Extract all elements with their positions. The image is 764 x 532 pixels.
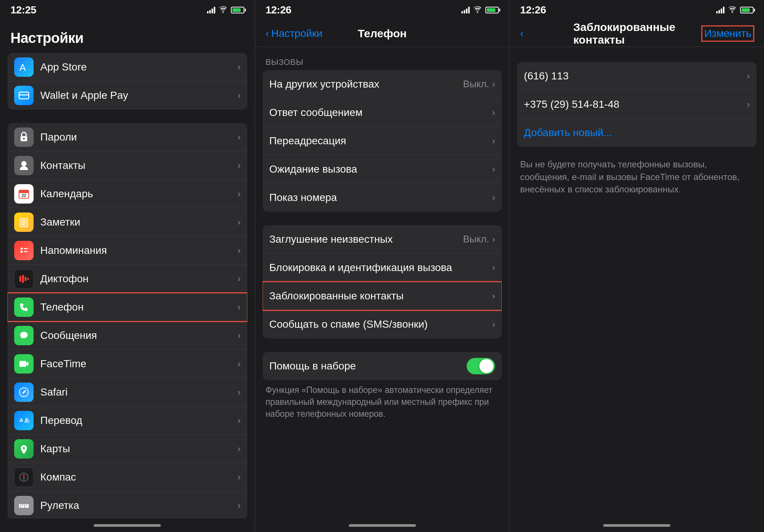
svg-text:あ: あ bbox=[24, 417, 29, 423]
nav-back-2[interactable]: ‹ Настройки bbox=[266, 28, 323, 40]
svg-text:A: A bbox=[19, 62, 26, 73]
chevron-icon: › bbox=[238, 160, 241, 171]
appstore-icon: A bbox=[14, 57, 34, 77]
chevron-icon: › bbox=[492, 79, 495, 89]
phone-item-forwarding[interactable]: Переадресация › bbox=[263, 127, 502, 155]
svg-rect-31 bbox=[19, 504, 29, 508]
chevron-icon: › bbox=[492, 291, 495, 301]
settings-item-wallet[interactable]: Wallet и Apple Pay › bbox=[7, 81, 247, 110]
dial-assist-help: Функция «Помощь в наборе» автоматически … bbox=[255, 380, 510, 420]
add-new-blocked[interactable]: Добавить новый... bbox=[517, 119, 757, 147]
passwords-label: Пароли bbox=[40, 131, 238, 143]
chevron-icon: › bbox=[238, 189, 241, 199]
edit-button[interactable]: Изменить bbox=[702, 26, 754, 41]
chevron-icon: › bbox=[492, 107, 495, 118]
compass-label: Компас bbox=[40, 471, 238, 483]
settings-item-notes[interactable]: Заметки › bbox=[7, 208, 247, 236]
phone-item-blocking[interactable]: Блокировка и идентификация вызова › bbox=[263, 254, 502, 282]
settings-item-messages[interactable]: Сообщения › bbox=[7, 321, 247, 350]
settings-item-passwords[interactable]: Пароли › bbox=[7, 123, 247, 151]
time-2: 12:26 bbox=[266, 4, 291, 16]
phone-item-silence-unknown[interactable]: Заглушение неизвестных Выкл. › bbox=[263, 225, 502, 254]
calls-section-label: ВЫЗОВЫ bbox=[255, 54, 510, 70]
chevron-icon: › bbox=[238, 62, 241, 72]
phone-item-blocked-contacts[interactable]: Заблокированные контакты › bbox=[263, 282, 502, 310]
translate-icon: A あ bbox=[14, 411, 34, 430]
reminders-icon bbox=[14, 241, 34, 260]
settings-scroll-1[interactable]: A App Store › Wallet и Apple Pay › bbox=[0, 53, 255, 519]
settings-item-reminders[interactable]: Напоминания › bbox=[7, 236, 247, 265]
settings-item-voice[interactable]: Диктофон › bbox=[7, 265, 247, 293]
back-label-2[interactable]: Настройки bbox=[271, 28, 322, 40]
silence-unknown-label: Заглушение неизвестных bbox=[269, 233, 463, 245]
back-chevron-icon: ‹ bbox=[266, 28, 269, 40]
passwords-icon bbox=[14, 128, 34, 147]
svg-text:22: 22 bbox=[22, 193, 26, 198]
settings-panel: 12:25 Настройки bbox=[0, 0, 255, 532]
nav-back-3[interactable]: ‹ bbox=[520, 28, 523, 40]
chevron-icon: › bbox=[747, 99, 750, 110]
dial-assist-toggle[interactable] bbox=[467, 358, 495, 374]
chevron-icon: › bbox=[238, 444, 241, 454]
settings-item-phone[interactable]: Телефон › bbox=[7, 293, 247, 321]
settings-group-apps: Пароли › Контакты › bbox=[7, 123, 247, 519]
svg-text:A: A bbox=[19, 417, 23, 423]
phone-item-show-number[interactable]: Показ номера › bbox=[263, 183, 502, 212]
blocked-number-2: +375 (29) 514-81-48 bbox=[524, 98, 747, 110]
safari-icon bbox=[14, 383, 34, 402]
battery-icon-3 bbox=[740, 7, 754, 13]
wifi-icon-2 bbox=[473, 6, 482, 15]
settings-item-compass[interactable]: Компас › bbox=[7, 463, 247, 491]
settings-item-facetime[interactable]: FaceTime › bbox=[7, 350, 247, 378]
home-indicator-3 bbox=[510, 519, 764, 532]
settings-item-safari[interactable]: Safari › bbox=[7, 378, 247, 406]
svg-rect-7 bbox=[19, 190, 29, 193]
battery-icon-2 bbox=[485, 7, 499, 13]
calendar-label: Календарь bbox=[40, 188, 238, 200]
chevron-icon: › bbox=[492, 262, 495, 273]
status-icons-2 bbox=[461, 6, 499, 15]
chevron-icon: › bbox=[238, 90, 241, 101]
safari-label: Safari bbox=[40, 386, 238, 398]
settings-item-translate[interactable]: A あ Перевод › bbox=[7, 406, 247, 435]
blocking-label: Блокировка и идентификация вызова bbox=[269, 262, 492, 274]
phone-item-waiting[interactable]: Ожидание вызова › bbox=[263, 155, 502, 183]
settings-item-appstore[interactable]: A App Store › bbox=[7, 53, 247, 81]
status-bar-2: 12:26 bbox=[255, 0, 510, 20]
contacts-label: Контакты bbox=[40, 160, 238, 171]
blocked-contact-1[interactable]: (616) 113 › bbox=[517, 62, 757, 90]
phone-item-auto-reply[interactable]: Ответ сообщением › bbox=[263, 98, 502, 127]
phone-item-other-devices[interactable]: На других устройствах Выкл. › bbox=[263, 70, 502, 98]
calendar-icon: 22 bbox=[14, 184, 34, 204]
phone-item-spam[interactable]: Сообщать о спаме (SMS/звонки) › bbox=[263, 310, 502, 339]
chevron-icon: › bbox=[238, 217, 241, 227]
home-indicator-2 bbox=[255, 519, 510, 532]
signal-icon bbox=[207, 7, 215, 13]
phone-group-1: На других устройствах Выкл. › Ответ сооб… bbox=[263, 70, 502, 212]
settings-item-calendar[interactable]: 22 Календарь › bbox=[7, 180, 247, 208]
blocked-content: (616) 113 › +375 (29) 514-81-48 › Добави… bbox=[510, 47, 764, 519]
ruler-label: Рулетка bbox=[40, 500, 238, 511]
settings-title: Настройки bbox=[10, 30, 84, 46]
reminders-label: Напоминания bbox=[40, 245, 238, 256]
settings-item-ruler[interactable]: Рулетка › bbox=[7, 491, 247, 519]
svg-point-4 bbox=[23, 138, 25, 139]
svg-rect-18 bbox=[22, 275, 24, 283]
facetime-label: FaceTime bbox=[40, 358, 238, 370]
forwarding-label: Переадресация bbox=[269, 135, 492, 147]
phone-group-3: Помощь в наборе bbox=[263, 352, 502, 380]
svg-point-5 bbox=[21, 161, 26, 166]
time-3: 12:26 bbox=[520, 4, 546, 16]
chevron-icon: › bbox=[747, 71, 750, 81]
phone-item-dial-assist[interactable]: Помощь в наборе bbox=[263, 352, 502, 380]
settings-item-maps[interactable]: Карты › bbox=[7, 435, 247, 463]
chevron-icon: › bbox=[238, 500, 241, 511]
settings-item-contacts[interactable]: Контакты › bbox=[7, 151, 247, 180]
appstore-label: App Store bbox=[40, 61, 238, 73]
messages-icon bbox=[14, 326, 34, 345]
blocked-contact-2[interactable]: +375 (29) 514-81-48 › bbox=[517, 90, 757, 119]
phone-panel: 12:26 ‹ Настройки Телефон bbox=[255, 0, 510, 532]
blocked-number-1: (616) 113 bbox=[524, 70, 747, 82]
chevron-icon: › bbox=[492, 192, 495, 203]
maps-label: Карты bbox=[40, 443, 238, 455]
